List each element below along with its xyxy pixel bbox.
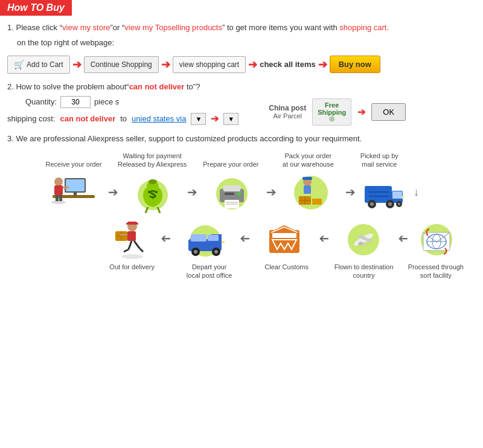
how-to-buy-header: How TO Buy xyxy=(0,0,72,16)
step1-text: 1. Please click “view my store”or “view … xyxy=(7,22,476,34)
check-all-items-button[interactable]: check all items xyxy=(260,60,316,69)
page-container: How TO Buy 1. Please click “view my stor… xyxy=(0,0,483,280)
arrow-h-b2: ➔ xyxy=(240,232,250,246)
step3-section: 3. We are professional Aliexpress seller… xyxy=(0,134,483,143)
quantity-input[interactable] xyxy=(60,96,91,108)
svg-rect-2 xyxy=(66,179,85,191)
label-depart-post: Depart yourlocal post office xyxy=(176,263,243,280)
svg-point-14 xyxy=(148,191,150,193)
svg-point-38 xyxy=(370,202,374,206)
label-processed: Processed throughsort facility xyxy=(408,263,464,280)
svg-point-15 xyxy=(155,191,158,193)
svg-point-40 xyxy=(388,202,392,206)
icon-prepare-order xyxy=(199,171,265,213)
icon-processed xyxy=(409,218,464,260)
icon-clear-customs xyxy=(251,218,318,260)
icon-out-delivery xyxy=(93,218,159,260)
svg-rect-59 xyxy=(191,234,206,242)
china-post-info: China post Air Parcel xyxy=(269,104,306,120)
label-waiting-payment: Waiting for paymentReleased by Aliexpres… xyxy=(118,152,187,169)
arrow-h1: ➔ xyxy=(108,185,118,199)
label-out-delivery: Out for delivery xyxy=(99,263,165,271)
quantity-row: Quantity: piece s xyxy=(25,96,238,108)
svg-rect-36 xyxy=(392,191,402,199)
view-store-link[interactable]: view my store xyxy=(62,23,110,32)
free-shipping-box: Free Shipping ☉ xyxy=(312,98,351,126)
top-icons-row: ➔ $ xyxy=(7,171,476,213)
cart-icon: 🛒 xyxy=(14,60,24,69)
process-diagram: Receive your order Waiting for paymentRe… xyxy=(0,152,483,280)
china-post-title: China post xyxy=(269,104,306,112)
svg-point-54 xyxy=(358,243,363,245)
label-prepare-order: Prepare your order xyxy=(197,160,264,168)
svg-rect-28 xyxy=(302,177,312,180)
svg-rect-34 xyxy=(365,186,392,203)
svg-rect-60 xyxy=(208,235,219,241)
svg-rect-20 xyxy=(223,185,240,191)
china-post-sub: Air Parcel xyxy=(273,112,302,120)
svg-rect-8 xyxy=(59,195,62,201)
continue-shopping-button[interactable]: Continue Shopping xyxy=(84,56,159,73)
step1-section: 1. Please click “view my store”or “view … xyxy=(0,22,483,74)
svg-rect-5 xyxy=(54,185,63,195)
svg-point-12 xyxy=(149,179,157,184)
arrow2-icon: ➔ xyxy=(161,58,170,71)
step3-text: 3. We are professional Aliexpress seller… xyxy=(7,134,476,143)
arrow4-icon: ➔ xyxy=(318,58,327,71)
svg-point-62 xyxy=(194,250,197,254)
icon-flown xyxy=(330,218,397,260)
svg-point-24 xyxy=(237,192,241,196)
view-topselling-link[interactable]: view my Topselling products xyxy=(124,23,222,32)
icon-pack-order xyxy=(278,171,344,213)
step2-right: China post Air Parcel Free Shipping ☉ ➔ … xyxy=(257,98,406,126)
icon-depart-post xyxy=(172,218,238,260)
svg-rect-6 xyxy=(63,187,69,188)
arrow-h-b4: ➔ xyxy=(398,232,408,246)
destination-dropdown[interactable]: ▼ xyxy=(191,113,206,125)
label-clear-customs: Clear Customs xyxy=(254,263,320,271)
step1-line2: on the top right of webpage: xyxy=(17,37,476,50)
svg-line-74 xyxy=(129,241,132,249)
arrow3-icon: ➔ xyxy=(248,58,257,71)
svg-point-4 xyxy=(54,178,63,186)
arrow-h2: ➔ xyxy=(187,185,197,199)
ok-button[interactable]: OK xyxy=(371,103,406,121)
destination-link[interactable]: unied states via xyxy=(132,114,186,123)
svg-point-64 xyxy=(214,250,218,254)
shipping-label: shipping cost: xyxy=(7,114,56,123)
arrow-h-b1: ➔ xyxy=(161,232,171,246)
label-receive-order: Receive your order xyxy=(40,160,107,168)
label-flown: Flown to destinationcountry xyxy=(331,263,397,280)
svg-rect-65 xyxy=(222,241,225,243)
svg-line-76 xyxy=(124,249,129,252)
arrow-h4: ➔ xyxy=(345,185,356,199)
step2-problem-text: 2. How to solve the problem about“can no… xyxy=(7,82,476,91)
svg-rect-69 xyxy=(127,231,136,241)
arrow6-icon: ➔ xyxy=(357,106,365,118)
add-to-cart-button[interactable]: 🛒 Add to Cart xyxy=(7,56,70,74)
label-pack-order: Pack your orderat our warehouse xyxy=(275,152,341,169)
svg-point-42 xyxy=(398,203,400,205)
piece-unit: piece s xyxy=(94,97,119,106)
buy-now-button[interactable]: Buy now xyxy=(330,56,380,73)
cannot-deliver-label: can not deliver xyxy=(60,114,116,123)
icon-waiting-payment: $ xyxy=(120,171,186,213)
shopping-cart-link[interactable]: shopping cart. xyxy=(339,23,389,32)
svg-rect-33 xyxy=(312,199,322,205)
arrow-h-b3: ➔ xyxy=(319,232,329,246)
svg-point-78 xyxy=(121,254,143,259)
svg-point-9 xyxy=(51,200,66,204)
view-shopping-cart-button[interactable]: view shopping cart xyxy=(173,56,246,73)
svg-rect-43 xyxy=(401,196,404,199)
shipping-method-dropdown[interactable]: ▼ xyxy=(223,113,238,125)
step2-left: Quantity: piece s shipping cost: can not… xyxy=(7,96,238,125)
svg-line-75 xyxy=(134,241,139,248)
label-picked-up: Picked up bymail service xyxy=(352,152,406,169)
bottom-icons-row: ➔ ➔ xyxy=(7,218,476,260)
shipping-row: shipping cost: can not deliver to unied … xyxy=(7,113,238,125)
svg-rect-56 xyxy=(272,233,296,238)
arrow1-icon: ➔ xyxy=(72,58,82,71)
down-arrow: ↓ xyxy=(414,186,419,199)
top-labels-row: Receive your order Waiting for paymentRe… xyxy=(7,152,476,169)
svg-rect-29 xyxy=(304,185,311,194)
